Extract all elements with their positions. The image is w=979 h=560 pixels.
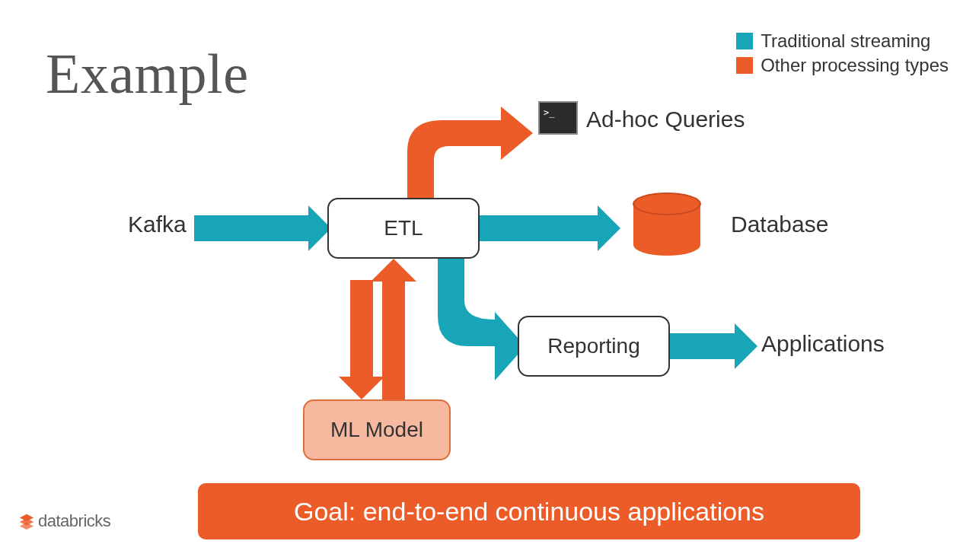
goal-banner: Goal: end-to-end continuous applications: [198, 483, 860, 539]
arrow-etl-to-ml: [339, 280, 384, 399]
node-etl: ETL: [327, 198, 480, 259]
arrow-etl-to-reporting: [438, 259, 525, 380]
svg-rect-9: [670, 333, 735, 359]
svg-rect-0: [194, 215, 308, 241]
node-label: ML Model: [330, 418, 423, 442]
goal-text: Goal: end-to-end continuous applications: [294, 497, 764, 527]
node-label: ETL: [384, 216, 423, 240]
legend-item-traditional: Traditional streaming: [736, 30, 949, 52]
svg-rect-12: [539, 102, 577, 134]
legend-item-other: Other processing types: [736, 55, 949, 76]
svg-marker-17: [371, 259, 416, 282]
svg-rect-2: [480, 215, 598, 241]
svg-rect-16: [382, 280, 405, 399]
databricks-icon: [18, 513, 35, 530]
brand-text: databricks: [38, 511, 110, 531]
svg-rect-14: [350, 280, 373, 379]
svg-marker-3: [598, 205, 620, 251]
svg-marker-15: [339, 377, 384, 399]
svg-marker-11: [501, 107, 533, 160]
svg-marker-20: [20, 523, 33, 530]
arrow-etl-to-database: [480, 205, 620, 251]
label-applications: Applications: [761, 331, 885, 357]
arrow-kafka-to-etl: [194, 205, 331, 251]
legend: Traditional streaming Other processing t…: [736, 30, 949, 79]
node-ml-model: ML Model: [303, 399, 451, 460]
legend-swatch-teal: [736, 33, 753, 49]
svg-text:>_: >_: [544, 107, 555, 118]
svg-point-7: [633, 193, 700, 215]
terminal-icon: >_: [539, 102, 577, 134]
svg-rect-5: [633, 204, 700, 245]
databricks-logo: databricks: [18, 511, 110, 531]
arrow-ml-to-etl: [371, 259, 416, 399]
node-label: Reporting: [547, 334, 639, 358]
slide-title: Example: [46, 42, 249, 107]
label-adhoc: Ad-hoc Queries: [586, 107, 745, 132]
database-icon: [633, 193, 700, 256]
svg-marker-10: [735, 323, 757, 369]
label-kafka: Kafka: [128, 212, 187, 237]
legend-label: Traditional streaming: [761, 30, 930, 52]
arrow-reporting-to-apps: [670, 323, 757, 369]
legend-swatch-orange: [736, 57, 753, 74]
svg-point-4: [633, 193, 700, 215]
svg-point-6: [633, 234, 700, 256]
node-reporting: Reporting: [518, 316, 670, 377]
arrow-etl-to-adhoc: [407, 107, 533, 198]
legend-label: Other processing types: [761, 55, 949, 76]
label-database: Database: [731, 212, 828, 237]
